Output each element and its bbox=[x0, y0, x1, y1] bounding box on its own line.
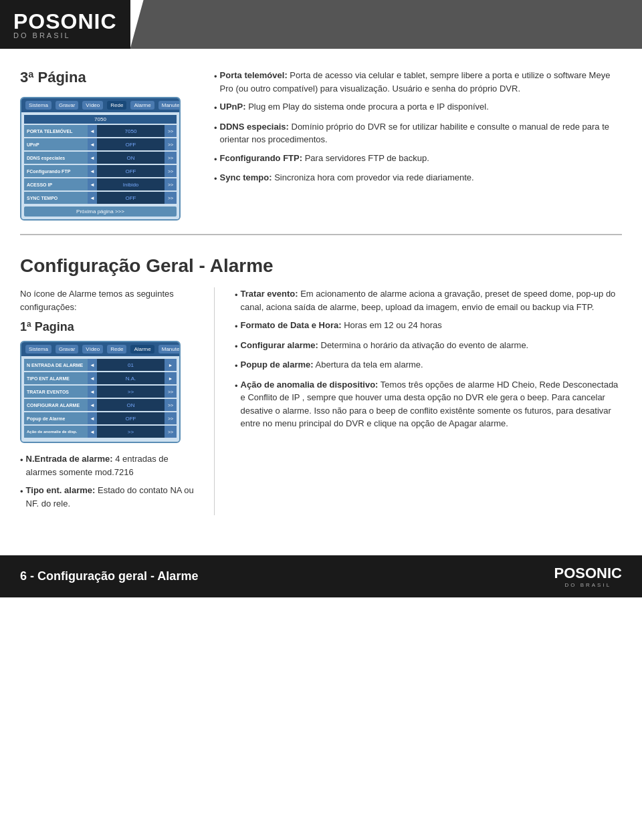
dvr2-btn-config-right[interactable]: >> bbox=[165, 399, 177, 411]
desc2-acao: • Ação de anomalia de dispositivo: Temos… bbox=[235, 378, 622, 430]
dvr2-btn-tratar-left[interactable]: ◄ bbox=[88, 386, 97, 398]
dvr-tab-manutencao[interactable]: Manutenção bbox=[158, 101, 181, 110]
page1-label: 3ª Página bbox=[20, 69, 194, 86]
dvr-tab-video[interactable]: Vídeo bbox=[82, 101, 103, 110]
dvr2-value-tratar: >> bbox=[97, 386, 165, 398]
dvr-btn-acesso-left[interactable]: ◄ bbox=[88, 178, 97, 190]
desc2-acao-text: Ação de anomalia de dispositivo: Temos t… bbox=[241, 378, 622, 430]
dvr2-value-acao: >> bbox=[97, 426, 165, 438]
dvr2-btn-popup-left[interactable]: ◄ bbox=[88, 412, 97, 424]
dvr-label-porta: PORTA TELEMÓVEL bbox=[24, 125, 88, 137]
section2-title: Configuração Geral - Alarme bbox=[20, 255, 622, 277]
dvr2-label-popup: Popup de Alarme bbox=[24, 412, 88, 424]
desc-ddns: • DDNS especiais: Domínio próprio do DVR… bbox=[214, 120, 622, 146]
dvr2-label-config: CONFIGURAR ALARME bbox=[24, 399, 88, 411]
dvr2-btn-acao-right[interactable]: >> bbox=[165, 426, 177, 438]
dvr-btn-porta-left[interactable]: ◄ bbox=[88, 125, 97, 137]
desc2-tratar: • Tratar evento: Em acionamento de alarm… bbox=[235, 287, 622, 313]
dvr-tab-sistema[interactable]: Sistema bbox=[25, 101, 51, 110]
dvr2-btn-acao-left[interactable]: ◄ bbox=[88, 426, 97, 438]
desc-ddns-text: DDNS especiais: Domínio próprio do DVR s… bbox=[220, 120, 622, 146]
desc2-formato: • Formato de Data e Hora: Horas em 12 ou… bbox=[235, 319, 622, 333]
section2-intro: No ícone de Alarme temos as seguintes co… bbox=[20, 287, 194, 313]
dvr2-btn-tipo-left[interactable]: ◄ bbox=[88, 372, 97, 384]
bottom-note-2: • Tipo ent. alarme: Estado do contato NA… bbox=[20, 484, 194, 510]
dvr-btn-sync-left[interactable]: ◄ bbox=[88, 192, 97, 204]
dvr2-value-tipo: N.A. bbox=[97, 372, 165, 384]
bullet2-dot-1: • bbox=[235, 289, 238, 313]
desc2-popup-bold: Popup de alarme: bbox=[241, 360, 314, 370]
dvr2-tab-sistema[interactable]: Sistema bbox=[25, 345, 51, 354]
dvr-next-button[interactable]: Próxima página >>> bbox=[24, 206, 177, 217]
dvr2-btn-nentrada-left[interactable]: ◄ bbox=[88, 359, 97, 371]
dvr-btn-fconfig-right[interactable]: >> bbox=[165, 165, 177, 177]
section1-content: 3ª Página Sistema Gravar Vídeo Rede Alar… bbox=[0, 49, 642, 234]
dvr-btn-acesso-right[interactable]: >> bbox=[165, 178, 177, 190]
dvr-btn-fconfig-left[interactable]: ◄ bbox=[88, 165, 97, 177]
dvr2-btn-tipo-right[interactable]: ► bbox=[165, 372, 177, 384]
dvr-value-upnp: OFF bbox=[97, 138, 165, 150]
bullet-dot-n1: • bbox=[20, 454, 23, 478]
desc2-acao-bold: Ação de anomalia de dispositivo: bbox=[241, 380, 379, 390]
dvr-value-porta: 7050 bbox=[97, 125, 165, 137]
desc2-popup-text: Popup de alarme: Abertura da tela em ala… bbox=[241, 358, 423, 373]
desc2-configurar: • Configurar alarme: Determina o horário… bbox=[235, 339, 622, 354]
dvr-tab-gravar[interactable]: Gravar bbox=[56, 101, 78, 110]
dvr2-tab-gravar[interactable]: Gravar bbox=[56, 345, 78, 354]
dvr2-btn-tratar-right[interactable]: >> bbox=[165, 386, 177, 398]
desc-porta-telemovel: • Porta telemóvel: Porta de acesso via c… bbox=[214, 69, 622, 95]
dvr-btn-upnp-right[interactable]: >> bbox=[165, 138, 177, 150]
footer-logo-sub: DO BRASIL bbox=[564, 582, 611, 588]
dvr2-tab-manutencao[interactable]: Manutenção bbox=[158, 345, 181, 354]
section2: Configuração Geral - Alarme No ícone de … bbox=[0, 249, 642, 529]
dvr-body-1: 7050 PORTA TELEMÓVEL ◄ 7050 >> UPnP ◄ OF… bbox=[21, 112, 179, 219]
footer-text: 6 - Configuração geral - Alarme bbox=[20, 569, 198, 583]
dvr-btn-upnp-left[interactable]: ◄ bbox=[88, 138, 97, 150]
header: POSONIC DO BRASIL bbox=[0, 0, 642, 49]
desc-fconfig-text: Fconfigurando FTP: Para servidores FTP d… bbox=[220, 152, 429, 166]
desc-porta-bold: Porta telemóvel: bbox=[220, 70, 288, 80]
desc2-tratar-text: Tratar evento: Em acionamento de alarme … bbox=[241, 287, 622, 313]
dvr2-tab-rede[interactable]: Rede bbox=[107, 345, 126, 354]
dvr-btn-ddns-left[interactable]: ◄ bbox=[88, 152, 97, 164]
dvr2-row-acao: Ação de anomalie de disp. ◄ >> >> bbox=[24, 426, 177, 438]
dvr2-btn-popup-right[interactable]: >> bbox=[165, 412, 177, 424]
bottom-note-1-text: N.Entrada de alarme: 4 entradas de alarm… bbox=[26, 452, 194, 478]
bullet-dot-1: • bbox=[214, 70, 217, 95]
dvr-btn-porta-right[interactable]: >> bbox=[165, 125, 177, 137]
logo-block: POSONIC DO BRASIL bbox=[13, 9, 117, 39]
dvr-label-sync: SYNC TEMPO bbox=[24, 192, 88, 204]
dvr2-tab-alarme[interactable]: Alarme bbox=[130, 345, 154, 354]
dvr2-btn-config-left[interactable]: ◄ bbox=[88, 399, 97, 411]
bullet-dot-5: • bbox=[214, 172, 217, 186]
desc-fconfig-bold: Fconfigurando FTP: bbox=[220, 153, 302, 163]
dvr2-row-tratar: TRATAR EVENTOS ◄ >> >> bbox=[24, 386, 177, 398]
desc-ddns-bold: DDNS especiais: bbox=[220, 122, 289, 132]
bullet-dot-n2: • bbox=[20, 485, 23, 510]
section2-page-label: 1ª Pagina bbox=[20, 320, 194, 334]
dvr-btn-ddns-right[interactable]: >> bbox=[165, 152, 177, 164]
dvr2-label-acao: Ação de anomalie de disp. bbox=[24, 426, 88, 438]
dvr-tab-alarme[interactable]: Alarme bbox=[130, 101, 154, 110]
dvr2-btn-nentrada-right[interactable]: ► bbox=[165, 359, 177, 371]
bullet2-dot-5: • bbox=[235, 380, 238, 430]
desc-upnp-text: UPnP: Plug em Play do sistema onde procu… bbox=[220, 100, 489, 115]
bottom-note-2-bold: Tipo ent. alarme: bbox=[26, 485, 96, 495]
footer: 6 - Configuração geral - Alarme POSONIC … bbox=[0, 555, 642, 597]
header-gray-bar bbox=[130, 0, 642, 49]
bottom-note-1-bold: N.Entrada de alarme: bbox=[26, 454, 113, 464]
dvr-value-sync: OFF bbox=[97, 192, 165, 204]
dvr-btn-sync-right[interactable]: >> bbox=[165, 192, 177, 204]
section-separator bbox=[20, 234, 622, 235]
dvr-topbar-2: Sistema Gravar Vídeo Rede Alarme Manuten… bbox=[21, 342, 179, 356]
section2-right: • Tratar evento: Em acionamento de alarm… bbox=[235, 287, 622, 515]
dvr-tab-rede[interactable]: Rede bbox=[107, 101, 126, 110]
desc-sync-bold: Sync tempo: bbox=[220, 172, 272, 182]
dvr-screen-2: Sistema Gravar Vídeo Rede Alarme Manuten… bbox=[20, 341, 181, 443]
section2-content: No ícone de Alarme temos as seguintes co… bbox=[20, 287, 622, 515]
desc-fconfig: • Fconfigurando FTP: Para servidores FTP… bbox=[214, 152, 622, 166]
dvr2-label-nentrada: N ENTRADA DE ALARME bbox=[24, 359, 88, 371]
dvr2-tab-video[interactable]: Vídeo bbox=[82, 345, 103, 354]
section1-right: • Porta telemóvel: Porta de acesso via c… bbox=[214, 69, 622, 221]
logo-text: POSONIC bbox=[13, 9, 117, 34]
